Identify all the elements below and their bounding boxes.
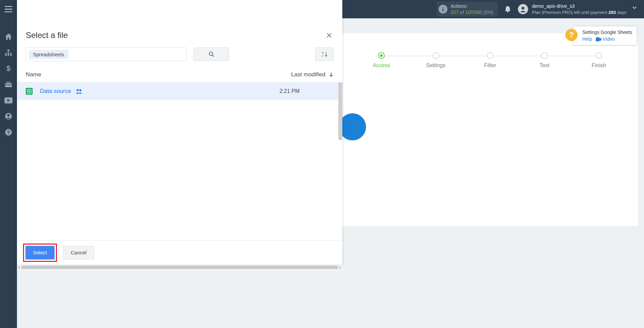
sidebar-integrations[interactable]: [0, 44, 17, 60]
svg-rect-1: [7, 50, 9, 51]
home-icon: [5, 33, 12, 40]
user-circle-icon: [5, 113, 12, 120]
search-icon: [208, 51, 215, 57]
notifications-button[interactable]: [504, 5, 511, 13]
step-settings[interactable]: Settings: [408, 52, 463, 69]
vertical-scrollbar[interactable]: [338, 82, 342, 140]
select-button[interactable]: Select: [25, 246, 55, 259]
file-name: Data source: [40, 88, 71, 95]
svg-rect-6: [5, 83, 12, 87]
file-list: Data source 2:21 PM: [17, 82, 342, 240]
cancel-button[interactable]: Cancel: [63, 246, 95, 259]
svg-rect-7: [7, 82, 10, 83]
sidebar-tools[interactable]: [0, 76, 17, 92]
file-modified-time: 2:21 PM: [279, 88, 334, 94]
svg-point-17: [522, 7, 524, 9]
sidebar-help[interactable]: ?: [0, 124, 17, 140]
column-name-header[interactable]: Name: [26, 71, 291, 78]
stepper: Access Settings Filter Test Finish: [342, 52, 638, 69]
video-link[interactable]: Video: [603, 36, 615, 42]
sidebar-video[interactable]: [0, 92, 17, 108]
svg-text:A: A: [322, 51, 324, 54]
video-icon: [596, 37, 601, 41]
content-area: ? Settings Google Sheets Help Video Acce…: [17, 18, 644, 328]
svg-rect-4: [10, 54, 12, 56]
svg-point-16: [507, 11, 508, 13]
settings-card: Access Settings Filter Test Finish: [342, 33, 638, 226]
question-circle-icon: ?: [5, 129, 12, 136]
step-access[interactable]: Access: [354, 52, 408, 69]
sort-button[interactable]: AZ: [315, 47, 334, 61]
svg-point-25: [79, 89, 81, 91]
svg-text:$: $: [6, 65, 11, 72]
step-test[interactable]: Test: [517, 52, 571, 69]
svg-rect-2: [5, 54, 7, 56]
plan-line: Plan |Premium PRO| left until payment 29…: [532, 9, 627, 16]
svg-rect-18: [596, 37, 600, 41]
filter-chip: Spreadsheets: [29, 50, 68, 59]
shared-icon: [75, 89, 83, 94]
sitemap-icon: [5, 49, 12, 56]
svg-rect-0: [9, 34, 11, 36]
hamburger-icon: [5, 6, 12, 12]
left-sidebar: $ ?: [0, 0, 17, 328]
help-title: Settings Google Sheets: [578, 30, 632, 35]
svg-text:?: ?: [7, 129, 10, 135]
briefcase-icon: [5, 81, 12, 88]
help-panel: ? Settings Google Sheets Help Video: [572, 26, 637, 45]
dollar-icon: $: [6, 65, 11, 72]
sidebar-billing[interactable]: $: [0, 60, 17, 76]
scroll-right-button[interactable]: ▸: [338, 265, 342, 270]
svg-point-24: [77, 89, 79, 91]
scroll-thumb[interactable]: [22, 266, 338, 269]
user-menu[interactable]: demo_apix-drive_s3 Plan |Premium PRO| le…: [532, 3, 637, 15]
svg-point-11: [7, 114, 10, 116]
svg-rect-15: [442, 9, 443, 11]
help-link[interactable]: Help: [582, 36, 592, 42]
svg-point-14: [442, 7, 443, 8]
avatar-icon: [520, 6, 526, 13]
horizontal-scrollbar[interactable]: ◂ ▸: [17, 265, 342, 269]
caret-down-icon: [632, 6, 637, 9]
sidebar-account[interactable]: [0, 108, 17, 124]
username: demo_apix-drive_s3: [532, 3, 627, 9]
scroll-left-button[interactable]: ◂: [17, 265, 22, 270]
menu-toggle-button[interactable]: [0, 0, 17, 18]
search-button[interactable]: [194, 47, 229, 61]
actions-stats: 327 of 100'000 (0%): [451, 9, 494, 15]
info-icon: [439, 5, 447, 14]
file-picker-modal: Select a file Spreadsheets AZ Name Last …: [17, 0, 342, 265]
picker-footer: Select Cancel: [17, 240, 342, 265]
step-finish[interactable]: Finish: [572, 52, 626, 69]
sort-az-icon: AZ: [321, 51, 328, 57]
bell-icon: [504, 5, 511, 13]
youtube-icon: [4, 97, 13, 103]
user-avatar[interactable]: [518, 4, 528, 14]
spreadsheet-icon: [26, 88, 33, 95]
svg-text:Z: Z: [322, 54, 324, 57]
svg-rect-8: [5, 84, 12, 85]
actions-counter[interactable]: Actions: 327 of 100'000 (0%): [437, 2, 498, 17]
help-badge-icon: ?: [565, 29, 578, 41]
step-filter[interactable]: Filter: [463, 52, 517, 69]
file-row[interactable]: Data source 2:21 PM: [17, 82, 342, 100]
column-modified-header[interactable]: Last modified: [291, 71, 334, 78]
floating-action-circle[interactable]: [339, 113, 366, 140]
sidebar-home[interactable]: [0, 28, 17, 44]
filter-chip-container[interactable]: Spreadsheets: [26, 47, 187, 61]
close-icon: [327, 33, 331, 38]
arrow-down-icon: [329, 72, 334, 77]
svg-point-19: [209, 52, 213, 56]
actions-label: Actions:: [451, 3, 494, 9]
picker-title: Select a file: [26, 31, 68, 40]
tutorial-highlight: Select: [23, 244, 57, 262]
svg-rect-3: [8, 54, 9, 56]
picker-close-button[interactable]: [325, 31, 334, 40]
